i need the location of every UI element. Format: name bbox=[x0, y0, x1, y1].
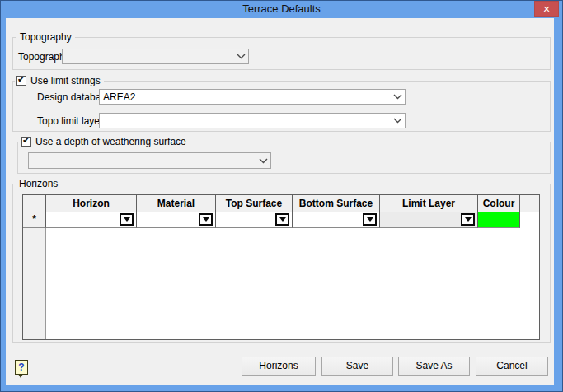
new-row-marker[interactable]: * bbox=[23, 212, 46, 228]
column-header-limit-layer[interactable]: Limit Layer bbox=[380, 195, 478, 212]
dropdown-arrow-icon bbox=[279, 217, 286, 222]
cell-dropdown-button[interactable] bbox=[363, 213, 377, 226]
help-glyph: ? bbox=[18, 362, 24, 373]
cell-dropdown-button[interactable] bbox=[199, 213, 213, 226]
close-icon: ✕ bbox=[542, 5, 550, 14]
cell-dropdown-button[interactable] bbox=[275, 213, 289, 226]
save-as-button[interactable]: Save As bbox=[398, 357, 470, 376]
cell-material[interactable] bbox=[137, 212, 216, 228]
column-header-horizon[interactable]: Horizon bbox=[46, 195, 137, 212]
checkmark-icon: ✔ bbox=[22, 135, 30, 146]
cell-horizon[interactable] bbox=[46, 212, 137, 228]
terrace-defaults-dialog: Terrace Defaults ✕ Topography Topography… bbox=[0, 0, 563, 392]
topography-group-title: Topography bbox=[16, 31, 75, 43]
save-button[interactable]: Save bbox=[321, 357, 393, 376]
column-header-colour[interactable]: Colour bbox=[478, 195, 520, 212]
header-filler bbox=[520, 195, 539, 212]
use-limit-strings-checkbox[interactable]: ✔ bbox=[16, 76, 26, 86]
cell-bottom-surface[interactable] bbox=[293, 212, 380, 228]
horizons-table-header: Horizon Material Top Surface Bottom Surf… bbox=[23, 195, 539, 212]
row-header-strip bbox=[23, 228, 46, 339]
use-weathering-checkbox[interactable]: ✔ bbox=[21, 137, 31, 147]
cell-colour-swatch[interactable] bbox=[478, 212, 520, 228]
use-limit-strings-checkbox-row[interactable]: ✔ Use limit strings bbox=[15, 74, 104, 87]
design-database-combobox[interactable]: AREA2 bbox=[99, 89, 406, 105]
chevron-down-icon bbox=[390, 118, 405, 124]
column-header-top-surface[interactable]: Top Surface bbox=[216, 195, 293, 212]
design-database-value: AREA2 bbox=[100, 91, 390, 103]
row-filler bbox=[520, 212, 539, 228]
use-weathering-label: Use a depth of weathering surface bbox=[35, 136, 186, 147]
topo-limit-layer-label: Topo limit layer bbox=[37, 115, 103, 127]
horizons-button[interactable]: Horizons bbox=[242, 357, 316, 376]
chevron-down-icon bbox=[390, 94, 405, 100]
window-title: Terrace Defaults bbox=[0, 2, 563, 15]
close-button[interactable]: ✕ bbox=[534, 1, 559, 17]
column-header-material[interactable]: Material bbox=[137, 195, 216, 212]
dropdown-arrow-icon bbox=[367, 217, 373, 222]
checkmark-icon: ✔ bbox=[17, 74, 25, 85]
help-icon[interactable]: ? bbox=[15, 360, 28, 375]
row-selector-header bbox=[23, 195, 46, 212]
dialog-content: Topography Topography ✔ Use limit string… bbox=[6, 18, 554, 385]
dropdown-arrow-icon bbox=[465, 217, 472, 222]
cell-top-surface[interactable] bbox=[216, 212, 293, 228]
table-row: * bbox=[23, 212, 539, 228]
use-limit-strings-label: Use limit strings bbox=[30, 75, 101, 86]
cancel-button[interactable]: Cancel bbox=[476, 357, 548, 376]
cell-dropdown-button[interactable] bbox=[120, 213, 134, 226]
horizons-group-title: Horizons bbox=[16, 178, 61, 189]
cell-limit-layer[interactable] bbox=[380, 212, 478, 228]
dropdown-arrow-icon bbox=[203, 217, 209, 222]
topo-limit-layer-combobox[interactable] bbox=[99, 113, 406, 128]
titlebar[interactable]: Terrace Defaults ✕ bbox=[0, 0, 563, 18]
use-weathering-checkbox-row[interactable]: ✔ Use a depth of weathering surface bbox=[20, 135, 190, 148]
topography-combobox[interactable] bbox=[62, 49, 249, 64]
weathering-combobox[interactable] bbox=[28, 152, 271, 169]
chevron-down-icon bbox=[233, 54, 248, 59]
horizons-table: Horizon Material Top Surface Bottom Surf… bbox=[22, 194, 540, 340]
column-header-bottom-surface[interactable]: Bottom Surface bbox=[293, 195, 380, 212]
dropdown-arrow-icon bbox=[124, 217, 130, 222]
cell-dropdown-button[interactable] bbox=[461, 213, 475, 226]
chevron-down-icon bbox=[256, 158, 270, 164]
